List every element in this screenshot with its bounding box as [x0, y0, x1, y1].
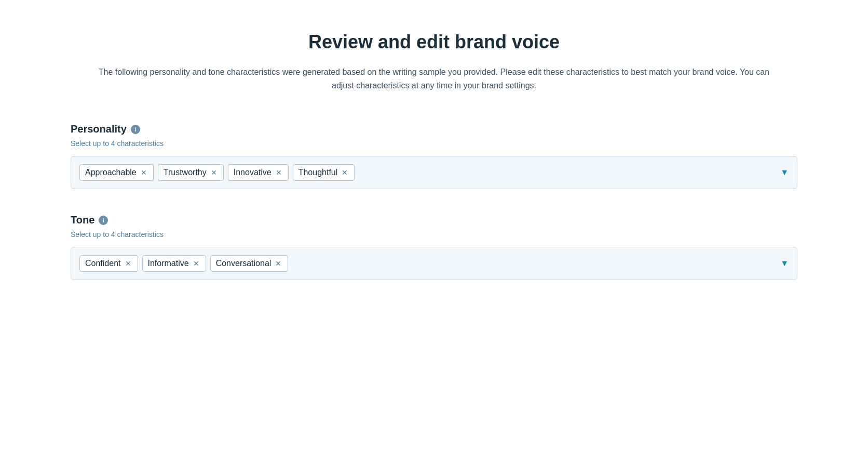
- tone-section-header: Tone i: [71, 214, 797, 226]
- tag-informative: Informative ✕: [142, 255, 206, 272]
- tone-dropdown-arrow[interactable]: ▼: [780, 259, 789, 268]
- tone-section-title: Tone: [71, 214, 94, 226]
- tag-approachable: Approachable ✕: [79, 164, 154, 181]
- tag-conversational: Conversational ✕: [210, 255, 289, 272]
- tag-innovative: Innovative ✕: [228, 164, 289, 181]
- tag-innovative-remove[interactable]: ✕: [275, 168, 283, 177]
- personality-dropdown-arrow[interactable]: ▼: [780, 168, 789, 177]
- personality-section-header: Personality i: [71, 123, 797, 135]
- tag-confident-remove[interactable]: ✕: [124, 259, 132, 268]
- tag-conversational-label: Conversational: [216, 259, 272, 268]
- page-description: The following personality and tone chara…: [97, 65, 771, 92]
- tag-trustworthy: Trustworthy ✕: [158, 164, 224, 181]
- page-container: Review and edit brand voice The followin…: [71, 31, 797, 445]
- tone-subtitle: Select up to 4 characteristics: [71, 230, 797, 239]
- tag-trustworthy-remove[interactable]: ✕: [210, 168, 218, 177]
- personality-section: Personality i Select up to 4 characteris…: [71, 123, 797, 189]
- personality-section-title: Personality: [71, 123, 127, 135]
- page-title: Review and edit brand voice: [71, 31, 797, 53]
- tag-thoughtful: Thoughtful ✕: [293, 164, 355, 181]
- tone-tags-area: Confident ✕ Informative ✕ Conversational…: [79, 255, 776, 272]
- tone-multiselect[interactable]: Confident ✕ Informative ✕ Conversational…: [71, 247, 797, 280]
- tag-trustworthy-label: Trustworthy: [164, 168, 207, 177]
- tag-conversational-remove[interactable]: ✕: [274, 259, 282, 268]
- personality-subtitle: Select up to 4 characteristics: [71, 139, 797, 148]
- tag-approachable-remove[interactable]: ✕: [140, 168, 148, 177]
- tone-info-icon[interactable]: i: [99, 216, 108, 225]
- tag-thoughtful-label: Thoughtful: [299, 168, 338, 177]
- tone-section: Tone i Select up to 4 characteristics Co…: [71, 214, 797, 280]
- tag-informative-label: Informative: [148, 259, 189, 268]
- tag-innovative-label: Innovative: [234, 168, 272, 177]
- personality-info-icon[interactable]: i: [131, 125, 140, 134]
- tag-confident: Confident ✕: [79, 255, 138, 272]
- personality-tags-area: Approachable ✕ Trustworthy ✕ Innovative …: [79, 164, 776, 181]
- tag-thoughtful-remove[interactable]: ✕: [341, 168, 349, 177]
- tag-informative-remove[interactable]: ✕: [192, 259, 200, 268]
- tag-confident-label: Confident: [85, 259, 121, 268]
- personality-multiselect[interactable]: Approachable ✕ Trustworthy ✕ Innovative …: [71, 156, 797, 189]
- tag-approachable-label: Approachable: [85, 168, 137, 177]
